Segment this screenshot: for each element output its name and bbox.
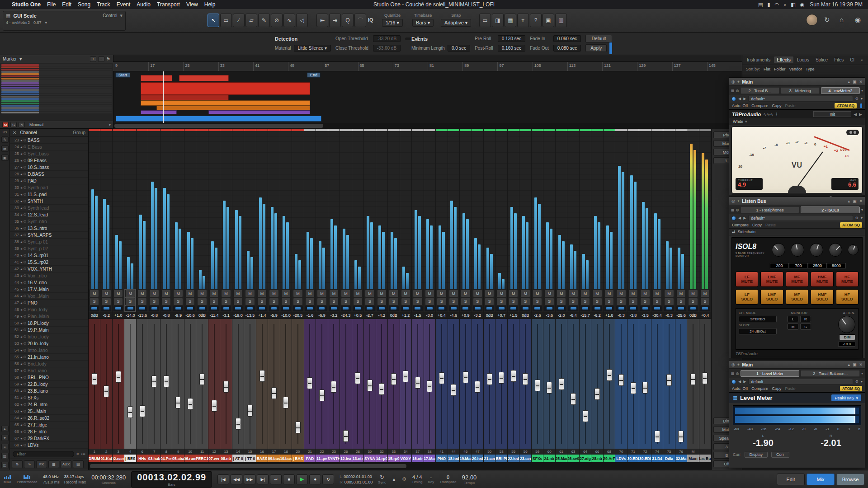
fader-cap[interactable] xyxy=(666,374,672,386)
channel-name[interactable]: DRUM xyxy=(89,455,100,462)
chevron-down-icon[interactable]: ▾ xyxy=(861,97,863,101)
fader-cap[interactable] xyxy=(642,382,648,394)
dim-button[interactable]: DIM xyxy=(839,334,855,340)
track-list-row[interactable]: 24◂E Bass xyxy=(10,144,88,150)
loop-range[interactable]: L00002.01.01.00 R00053.01.01.00 xyxy=(340,474,373,484)
channel-name[interactable]: 14.rp0 xyxy=(376,455,387,462)
io-label[interactable]: I/O xyxy=(3,131,7,134)
speaker-icon[interactable]: ◂ xyxy=(20,443,22,447)
fader-track[interactable] xyxy=(100,319,112,449)
mixer-scrollbar[interactable] xyxy=(89,462,711,470)
speaker-icon[interactable]: ◂ xyxy=(20,152,22,156)
pan-control[interactable] xyxy=(700,306,710,311)
fader-track[interactable] xyxy=(340,319,351,449)
fader-track[interactable] xyxy=(304,319,316,449)
arrow-tool[interactable]: ↖ xyxy=(208,14,219,27)
mixer-channel[interactable]: MS-25.67632.Ma xyxy=(675,129,687,462)
mixer-channel[interactable]: MS-11.41207.ver xyxy=(208,129,220,462)
route-icon[interactable]: ⇄ xyxy=(1,145,9,152)
hf-mute-button[interactable]: HFMUTE xyxy=(836,272,859,287)
crossover-knob-3[interactable] xyxy=(810,243,823,257)
arrange-clip[interactable] xyxy=(156,106,310,110)
fader-cap[interactable] xyxy=(355,372,360,384)
fader-track[interactable] xyxy=(220,319,231,449)
prev-preset-icon[interactable]: ◀ xyxy=(738,380,741,384)
channel-name[interactable]: Lis Bu xyxy=(699,455,711,462)
fader-cap[interactable] xyxy=(451,384,456,396)
expand-icon[interactable]: ▴ xyxy=(848,80,850,84)
follow-playhead-icon[interactable]: ⇥ xyxy=(329,14,341,27)
mute-button[interactable]: M xyxy=(449,290,458,297)
mixer-channel[interactable]: MS-3.87130.EDI xyxy=(627,129,639,462)
preset-name[interactable]: Minimal xyxy=(29,122,43,127)
mix-page-button[interactable]: Mix xyxy=(807,474,835,485)
pan-control[interactable] xyxy=(185,306,195,311)
pan-control[interactable] xyxy=(197,306,207,311)
chevron-down-icon[interactable]: ▾ xyxy=(861,216,863,220)
speaker-icon[interactable]: ◂ xyxy=(20,179,22,183)
track-list-row[interactable]: 31◂11.S..pad xyxy=(10,191,88,198)
sidechain-icon[interactable]: ⇄ xyxy=(732,230,736,234)
insert-slot[interactable]: 1 - Realphones xyxy=(741,206,800,213)
plugin-window-header[interactable]: ◎+ Main ▴▣✕ xyxy=(729,78,865,86)
fader-track[interactable] xyxy=(436,319,447,449)
track-list-row[interactable]: 64◂26.R..se02 xyxy=(10,415,88,422)
control-center-icon[interactable]: ◧ xyxy=(791,2,795,8)
show-aux-icon[interactable]: AUX xyxy=(61,460,71,468)
mute-button[interactable]: M xyxy=(616,290,626,297)
arrange-clip[interactable] xyxy=(179,75,229,81)
track-list-row[interactable]: 35◂Synt..ntro xyxy=(10,218,88,225)
mute-button[interactable]: M xyxy=(401,290,410,297)
mixer-channel[interactable]: MS-14.04| BES xyxy=(124,129,136,462)
speaker-icon[interactable]: ◂ xyxy=(20,301,22,305)
close-icon[interactable]: ✕ xyxy=(859,362,863,367)
solo-button[interactable]: S xyxy=(533,298,542,305)
expand-icon[interactable]: ▴ xyxy=(848,199,850,203)
hmf-solo-button[interactable]: HMFSOLO xyxy=(811,289,833,305)
preset-select[interactable]: default* xyxy=(748,96,853,102)
crossover-knob-1[interactable] xyxy=(772,243,785,257)
solo-button[interactable]: S xyxy=(640,298,650,305)
mixer-channel[interactable]: MS+0.4Lis Bu xyxy=(699,129,711,462)
pan-control[interactable] xyxy=(161,306,171,311)
menu-item[interactable]: File xyxy=(47,1,56,8)
fader-track[interactable] xyxy=(567,319,579,449)
clear-filter-icon[interactable]: ✕ xyxy=(76,452,80,456)
channel-name[interactable]: 01.Kid xyxy=(100,455,112,462)
track-list-row[interactable]: 62◂24.R..ntro xyxy=(10,401,88,408)
compare-button[interactable]: Compare xyxy=(732,223,749,227)
chevron-down-icon[interactable]: ▾ xyxy=(861,208,863,212)
track-list-row[interactable]: 28◂D.BASS xyxy=(10,171,88,178)
channel-name[interactable]: 18.lod xyxy=(448,455,459,462)
solo-button[interactable]: S xyxy=(185,298,195,305)
fader-cap[interactable] xyxy=(511,370,516,382)
mixer-channel[interactable]: MS+1.86829.ArF xyxy=(604,129,615,462)
crossover-value[interactable]: 2500 xyxy=(808,263,827,268)
fader-cap[interactable] xyxy=(403,371,408,382)
arrange-clip[interactable] xyxy=(141,100,310,106)
mute-button[interactable]: M xyxy=(377,290,387,297)
speaker-icon[interactable]: ◂ xyxy=(20,213,22,217)
speaker-icon[interactable]: ◂ xyxy=(20,145,22,149)
speaker-icon[interactable]: ◂ xyxy=(20,186,22,190)
mixer-channel[interactable]: MS-1.621PAD xyxy=(304,129,316,462)
speaker-icon[interactable]: ◂ xyxy=(20,362,22,366)
wifi-icon[interactable]: ◠ xyxy=(774,2,779,8)
input-quantize-toggle[interactable]: IQ xyxy=(368,17,373,23)
channel-name[interactable]: 15.rp0 xyxy=(388,455,399,462)
mute-button[interactable]: M xyxy=(664,290,674,297)
solo-button[interactable]: S xyxy=(305,298,315,305)
fader-cap[interactable] xyxy=(607,369,612,381)
channel-name[interactable]: 13.ntr xyxy=(352,455,363,462)
arrange-track-row[interactable] xyxy=(1,84,112,86)
scrollbar-thumb[interactable] xyxy=(114,124,323,128)
fader-track[interactable] xyxy=(687,319,698,449)
pan-control[interactable] xyxy=(365,306,374,311)
default-button[interactable]: Default xyxy=(585,35,612,42)
speaker-icon[interactable]: ◂ xyxy=(20,247,22,251)
mute-button[interactable]: M xyxy=(676,290,686,297)
prev-preset-icon[interactable]: ◀ xyxy=(738,97,741,101)
fader-cap[interactable] xyxy=(475,381,480,393)
speaker-icon[interactable]: ◂ xyxy=(20,403,22,407)
main-time-value[interactable]: 00013.02.02.99 xyxy=(137,472,206,483)
